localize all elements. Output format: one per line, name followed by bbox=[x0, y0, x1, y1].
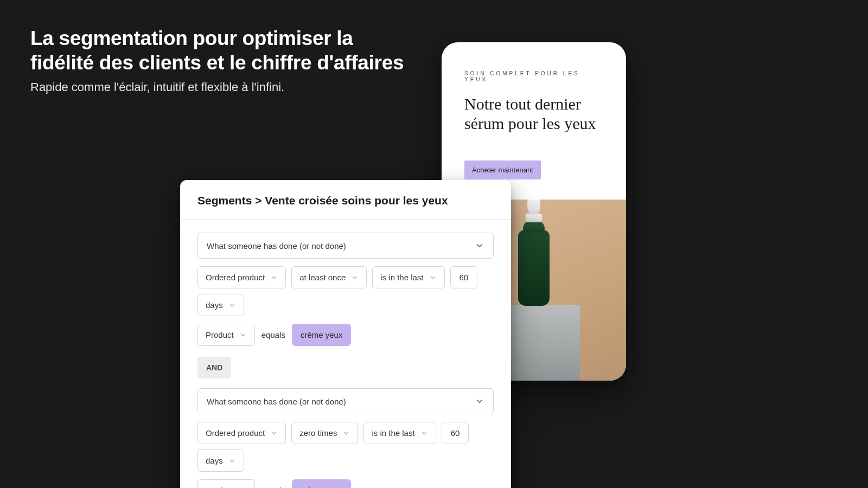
chevron-down-icon bbox=[239, 331, 247, 339]
condition-type-label: What someone has done (or not done) bbox=[207, 397, 346, 406]
timeframe-select[interactable]: is in the last bbox=[372, 266, 444, 288]
days-count-value: 60 bbox=[451, 428, 460, 438]
event-select[interactable]: Ordered product bbox=[197, 422, 286, 444]
page-headline: La segmentation pour optimiser la fidéli… bbox=[30, 26, 421, 75]
event-label: Ordered product bbox=[206, 273, 265, 282]
logic-connector-and[interactable]: AND bbox=[197, 357, 231, 378]
filter-field-select[interactable]: Product bbox=[197, 324, 255, 346]
breadcrumb-current: Vente croisée soins pour les yeux bbox=[265, 194, 448, 207]
chevron-down-icon bbox=[420, 429, 428, 437]
phone-eyebrow: SOIN COMPLET POUR LES YEUX bbox=[464, 70, 603, 82]
buy-now-button[interactable]: Acheter maintenant bbox=[464, 160, 541, 179]
timeframe-select[interactable]: is in the last bbox=[363, 422, 436, 444]
page-subheadline: Rapide comme l'éclair, intuitif et flexi… bbox=[30, 79, 421, 96]
condition-type-label: What someone has done (or not done) bbox=[207, 241, 346, 251]
filter-operator: equals bbox=[260, 330, 286, 339]
condition-type-select[interactable]: What someone has done (or not done) bbox=[197, 233, 494, 259]
time-unit-select[interactable]: days bbox=[197, 450, 244, 472]
time-unit-label: days bbox=[206, 456, 223, 465]
chevron-down-icon bbox=[228, 301, 236, 309]
breadcrumb-separator: > bbox=[252, 194, 265, 207]
filter-value-tag[interactable]: crème yeux bbox=[292, 479, 352, 488]
time-unit-select[interactable]: days bbox=[197, 294, 244, 316]
event-label: Ordered product bbox=[206, 428, 265, 438]
segment-builder-card: Segments > Vente croisée soins pour les … bbox=[180, 180, 511, 488]
filter-field-label: Product bbox=[206, 330, 234, 339]
chevron-down-icon bbox=[429, 274, 437, 281]
headline-block: La segmentation pour optimiser la fidéli… bbox=[30, 26, 421, 96]
time-unit-label: days bbox=[206, 300, 223, 310]
chevron-down-icon bbox=[351, 274, 359, 281]
phone-title: Notre tout dernier sérum pour les yeux bbox=[464, 94, 603, 133]
timeframe-label: is in the last bbox=[372, 428, 414, 438]
chevron-down-icon bbox=[342, 429, 350, 437]
frequency-select[interactable]: at least once bbox=[291, 266, 367, 288]
breadcrumb-root[interactable]: Segments bbox=[197, 194, 252, 207]
days-count-input[interactable]: 60 bbox=[450, 266, 478, 288]
frequency-label: zero times bbox=[299, 428, 337, 438]
timeframe-label: is in the last bbox=[380, 273, 423, 282]
condition-type-select[interactable]: What someone has done (or not done) bbox=[197, 388, 494, 414]
filter-value-tag[interactable]: crème yeux bbox=[292, 324, 352, 346]
frequency-label: at least once bbox=[299, 273, 346, 282]
filter-operator: equals bbox=[260, 486, 286, 488]
filter-field-select[interactable]: Product bbox=[197, 479, 255, 488]
filter-field-label: Product bbox=[206, 486, 234, 488]
frequency-select[interactable]: zero times bbox=[291, 422, 358, 444]
chevron-down-icon bbox=[270, 274, 278, 281]
chevron-down-icon bbox=[475, 396, 484, 406]
chevron-down-icon bbox=[270, 429, 278, 437]
chevron-down-icon bbox=[228, 457, 236, 465]
days-count-value: 60 bbox=[459, 273, 469, 282]
chevron-down-icon bbox=[475, 241, 484, 251]
days-count-input[interactable]: 60 bbox=[442, 422, 469, 444]
breadcrumb: Segments > Vente croisée soins pour les … bbox=[197, 194, 494, 207]
event-select[interactable]: Ordered product bbox=[197, 266, 286, 288]
